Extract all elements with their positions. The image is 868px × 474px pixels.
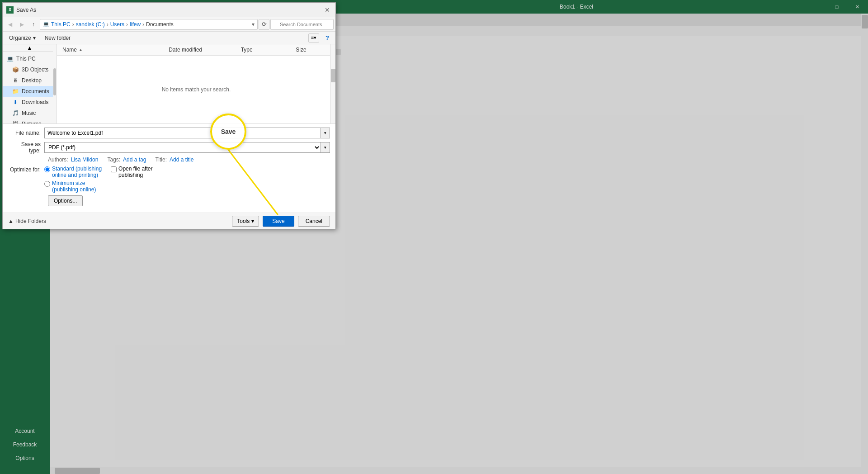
tools-label: Tools [237,218,250,224]
dialog-body: ▲ 💻 This PC 📦 3D Objects 🖥 Desktop [3,44,335,123]
sidebar-item-this-pc[interactable]: 💻 This PC [3,53,57,64]
help-button[interactable]: ? [323,33,332,43]
optimize-section: Optimize for: Standard (publishingonline… [8,166,330,193]
open-file-section: Open file afterpublishing [111,166,152,178]
filelist-header: Name ▲ Date modified Type Size [57,44,335,56]
savetype-row: Save as type: PDF (*.pdf) Excel Workbook… [8,141,330,154]
dialog-navbar: ◀ ▶ ↑ 💻 This PC › sandisk (C:) › Users ›… [3,17,335,32]
dialog-title-text: Save As [16,7,36,13]
tags-label: Tags: [107,156,120,163]
optimize-row: Standard (publishingonline and printing)… [44,166,152,193]
title-value[interactable]: Add a title [170,156,193,163]
filename-dropdown-button[interactable]: ▾ [321,128,330,138]
dialog-sidebar: ▲ 💻 This PC 📦 3D Objects 🖥 Desktop [3,44,57,123]
sort-arrow-icon: ▲ [79,47,83,52]
this-pc-label: This PC [16,56,36,62]
pictures-icon: 🖼 [12,120,19,123]
open-file-label: Open file afterpublishing [118,166,152,178]
refresh-button[interactable]: ⟳ [259,19,269,30]
filename-input[interactable] [44,128,321,138]
hide-folders-button[interactable]: ▲ Hide Folders [8,218,46,224]
options-button[interactable]: Options... [48,195,83,206]
authors-value[interactable]: Lisa Mildon [71,156,99,163]
footer-left: ▲ Hide Folders [8,218,228,224]
dialog-filelist: Name ▲ Date modified Type Size No items … [57,44,335,123]
tags-value[interactable]: Add a tag [123,156,146,163]
dialog-close-button[interactable]: ✕ [323,5,332,14]
sidebar-scroll-up[interactable]: ▲ [3,44,57,52]
pictures-label: Pictures [22,121,41,123]
savetype-label: Save as type: [8,141,44,154]
optimize-min-radio[interactable] [44,181,50,187]
search-input[interactable] [270,19,334,30]
sidebar-item-music[interactable]: 🎵 Music [3,108,57,118]
optimize-min-option[interactable]: Minimum size(publishing online) [44,180,102,193]
title-field: Title: Add a title [155,156,193,163]
cancel-button[interactable]: Cancel [298,216,330,227]
annotation-circle: Save [210,114,246,150]
breadcrumb-sandisk[interactable]: sandisk (C:) [76,21,105,28]
dialog-app-icon: X [6,6,14,14]
open-file-option[interactable]: Open file afterpublishing [111,166,152,178]
save-as-dialog: X Save As ✕ ◀ ▶ ↑ 💻 This PC › sandisk (C… [2,2,336,229]
nav-forward-button[interactable]: ▶ [16,19,27,30]
meta-row: Authors: Lisa Mildon Tags: Add a tag Tit… [8,156,330,163]
col-header-date[interactable]: Date modified [167,45,239,54]
new-folder-button[interactable]: New folder [42,34,73,42]
tags-field: Tags: Add a tag [107,156,146,163]
sidebar-scrollbar-thumb[interactable] [53,68,56,95]
col-header-type[interactable]: Type [239,45,294,54]
new-folder-label: New folder [45,35,71,41]
col-header-size[interactable]: Size [294,45,332,54]
breadcrumb-icon: 💻 [43,21,49,27]
savetype-select[interactable]: PDF (*.pdf) Excel Workbook (*.xlsx) CSV … [44,142,321,153]
breadcrumb-this-pc[interactable]: This PC [51,21,71,28]
col-header-name[interactable]: Name ▲ [61,45,167,54]
search-container: 🔍 [270,19,334,30]
dialog-form: File name: ▾ Save as type: PDF (*.pdf) E… [3,123,335,213]
sidebar-item-downloads[interactable]: ⬇ Downloads [3,97,57,108]
3d-objects-icon: 📦 [12,66,19,73]
authors-field: Authors: Lisa Mildon [48,156,98,163]
breadcrumb-user[interactable]: lifew [130,21,141,28]
filelist-scrollbar[interactable] [330,44,335,123]
empty-message: No items match your search. [162,86,231,93]
optimize-standard-radio[interactable] [44,166,50,172]
sidebar-scrollbar[interactable] [53,44,57,123]
optimize-standard-option[interactable]: Standard (publishingonline and printing) [44,166,102,178]
dialog-titlebar: X Save As ✕ [3,3,335,17]
sidebar-item-desktop[interactable]: 🖥 Desktop [3,75,57,86]
organize-button[interactable]: Organize ▾ [6,34,38,42]
tools-dropdown-icon: ▾ [251,218,254,224]
filename-label: File name: [8,130,44,136]
view-button[interactable]: ≡▾ [308,33,319,43]
nav-back-button[interactable]: ◀ [5,19,15,30]
documents-label: Documents [22,88,49,95]
annotation-label: Save [221,128,236,135]
save-button[interactable]: Save [263,216,294,227]
dialog-toolbar: Organize ▾ New folder ≡▾ ? [3,32,335,44]
sidebar-item-documents[interactable]: 📁 Documents [3,86,57,97]
optimize-label: Optimize for: [8,166,44,173]
dialog-footer: ▲ Hide Folders Tools ▾ Save Cancel [3,213,335,229]
tools-button[interactable]: Tools ▾ [232,216,259,227]
3d-objects-label: 3D Objects [22,66,48,73]
documents-icon: 📁 [12,88,19,95]
authors-label: Authors: [48,156,68,163]
organize-chevron-icon: ▾ [33,35,36,41]
hide-folders-label: Hide Folders [15,218,46,224]
breadcrumb-users[interactable]: Users [110,21,124,28]
open-file-checkbox[interactable] [111,166,117,172]
downloads-icon: ⬇ [12,99,19,106]
desktop-label: Desktop [22,77,42,84]
downloads-label: Downloads [22,99,48,105]
sidebar-item-pictures[interactable]: 🖼 Pictures [3,118,57,123]
music-icon: 🎵 [12,109,19,117]
optimize-min-label: Minimum size(publishing online) [52,180,96,193]
dialog-title-left: X Save As [6,6,36,14]
sidebar-item-3d-objects[interactable]: 📦 3D Objects [3,64,57,75]
savetype-dropdown-button[interactable]: ▾ [321,142,330,153]
breadcrumb-dropdown-icon[interactable]: ▾ [252,21,255,28]
nav-up-button[interactable]: ↑ [28,19,39,30]
filelist-scrollbar-thumb[interactable] [331,69,335,82]
